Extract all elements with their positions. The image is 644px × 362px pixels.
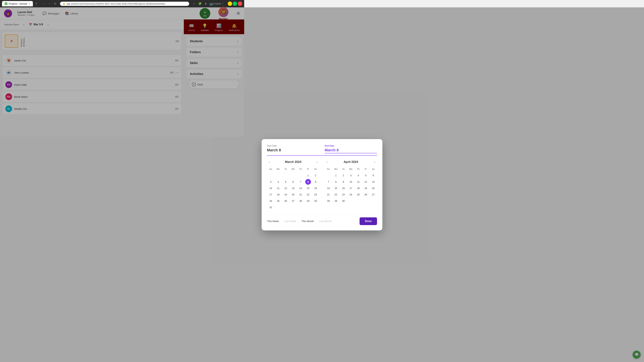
address-lock-icon: 🔒: [63, 2, 65, 5]
modal-overlay: Start Date March 8 End Date March 8 ‹ Ma…: [0, 7, 244, 137]
forward-button[interactable]: →: [47, 1, 52, 6]
bookmark-button[interactable]: ☆: [192, 1, 196, 6]
menu-button[interactable]: ⋮: [220, 1, 225, 6]
minimize-button[interactable]: —: [228, 1, 232, 6]
incognito-label: Incognito: [215, 1, 219, 6]
browser-tab[interactable]: S Progress - Seesaw ✕: [2, 1, 33, 6]
address-bar[interactable]: 🔒 app.seesaw.me/#/class/class.e01bf4c2-9…: [60, 2, 189, 6]
extensions-button[interactable]: 🧩: [198, 1, 202, 6]
browser-chrome: S Progress - Seesaw ✕ + ← → ↻ 🔒 app.sees…: [0, 0, 244, 7]
refresh-button[interactable]: ↻: [53, 1, 57, 6]
tab-close[interactable]: ✕: [28, 2, 30, 5]
tab-favicon: S: [5, 2, 8, 5]
restore-button[interactable]: □: [233, 1, 237, 6]
new-tab-button[interactable]: +: [34, 1, 39, 6]
close-button[interactable]: ✕: [238, 1, 242, 6]
tab-title: Progress - Seesaw: [9, 2, 27, 5]
back-button[interactable]: ←: [41, 1, 46, 6]
address-url: app.seesaw.me/#/class/class.e01bf4c2-9a2…: [66, 2, 186, 5]
download-button[interactable]: ⬇: [203, 1, 208, 6]
